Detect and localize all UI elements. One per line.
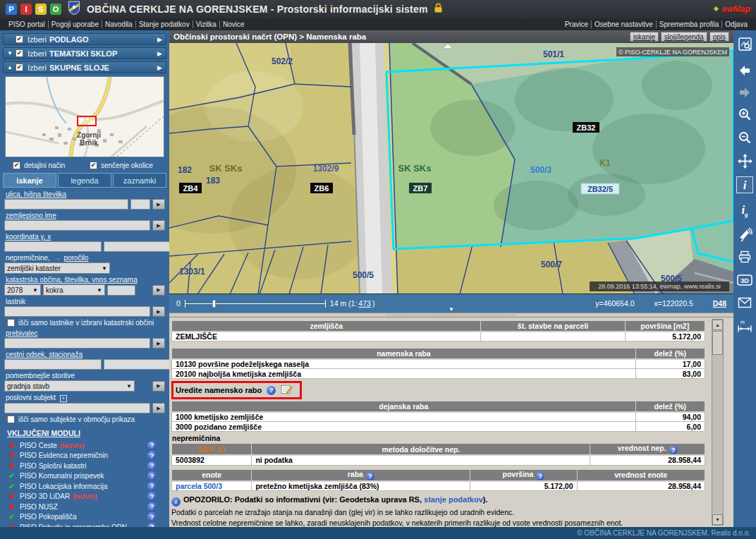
module-lokacijska[interactable]: ✔ PISO Lokacijska informacija ? [3, 481, 166, 492]
module-nusz[interactable]: ✘ PISO NUSZ ? [3, 502, 166, 512]
module-ceste[interactable]: ✘ PISO Ceste (NOVO) ? [3, 440, 166, 451]
scale-ratio-link[interactable]: 473 [358, 299, 371, 308]
scroll-up-button[interactable]: ▲ [712, 320, 723, 330]
module-help-button[interactable]: ? [147, 451, 157, 460]
prebivalec-label[interactable]: prebivalec [6, 329, 38, 337]
pan-button[interactable] [736, 152, 753, 169]
nepremicnine-select[interactable]: zemljiški kataster ▼ [4, 262, 110, 274]
podlago-checkbox[interactable]: ✔ [16, 35, 23, 43]
skupni-checkbox[interactable]: ✔ [16, 63, 23, 71]
identify-group-button[interactable]: ig [736, 202, 753, 219]
menu-sprememba-profila[interactable]: Sprememba profila [656, 20, 721, 28]
koordinata-label[interactable]: koordinata y, x [6, 233, 51, 241]
stanje-podatkov-link[interactable]: stanje podatkov [424, 495, 483, 504]
full-extent-button[interactable] [736, 35, 753, 52]
module-help-button[interactable]: ? [147, 512, 157, 521]
module-splosni-katastri[interactable]: ✘ PISO Splošni katastri ? [3, 461, 166, 471]
menu-odjava[interactable]: Odjava [721, 20, 750, 28]
menu-vizitka[interactable]: Vizitka [193, 20, 219, 28]
raba-help-button[interactable]: ? [366, 472, 374, 480]
gps-satellite-button[interactable] [736, 226, 753, 243]
menu-stanje-podatkov[interactable]: Stanje podatkov [135, 20, 193, 28]
storitve-select[interactable]: gradnja stavb ▼ [4, 380, 135, 392]
lastnik-go-button[interactable]: ▶ [152, 306, 165, 317]
cestni-odsek-label[interactable]: cestni odsek, stacionaža [6, 351, 83, 358]
detajlni-nacin-checkbox[interactable]: ✔ [13, 162, 20, 169]
menu-osebne-nastavitve[interactable]: Osebne nastavitve [591, 20, 656, 28]
zemljepisno-label[interactable]: zemljepisno ime [6, 212, 56, 219]
identify-button[interactable]: i [736, 176, 753, 193]
datum-link[interactable]: D48 [713, 299, 726, 308]
panel-collapse-icon[interactable]: ▼ [449, 306, 454, 313]
scale-slider-knob[interactable] [212, 300, 216, 308]
edit-note-icon[interactable] [281, 384, 293, 396]
tab-zaznamki[interactable]: zaznamki [113, 173, 166, 188]
lastnik-filter-checkbox[interactable] [7, 319, 15, 327]
povrsina-help-button[interactable]: ? [536, 472, 544, 480]
send-mail-button[interactable] [736, 294, 753, 311]
forward-arrow-button[interactable] [736, 84, 753, 101]
zemljepisno-go-button[interactable]: ▶ [152, 220, 165, 231]
menu-pogoji-uporabe[interactable]: Pogoji uporabe [48, 20, 102, 28]
subjekt-input[interactable] [4, 403, 150, 413]
map-button-opis[interactable]: opis [709, 32, 729, 42]
module-help-button[interactable]: ? [147, 492, 157, 501]
menu-navodila[interactable]: Navodila [102, 20, 135, 28]
scale-slider[interactable] [185, 300, 326, 308]
lastnik-input[interactable] [4, 306, 150, 317]
ulica-input[interactable] [4, 199, 128, 210]
module-help-button[interactable]: ? [147, 482, 157, 491]
zoom-out-button[interactable] [736, 129, 753, 146]
back-arrow-button[interactable] [736, 62, 753, 79]
menu-novice[interactable]: Novice [219, 20, 248, 28]
map-canvas[interactable]: 502/2 501/1 182 SK SKs 183 1302/9 SK SKs… [169, 43, 733, 294]
ulica-label[interactable]: ulica, hišna številka [6, 190, 66, 198]
module-pokopalisca[interactable]: ✔ PISO Pokopališča ? [3, 512, 166, 523]
katastrska-label[interactable]: katastrska občina, številka, vnos seznam… [6, 276, 138, 284]
prebivalec-go-button[interactable]: ▶ [152, 338, 165, 349]
subjekt-filter-checkbox[interactable] [7, 416, 15, 423]
tematski-checkbox[interactable]: ✔ [16, 49, 23, 57]
print-button[interactable] [736, 248, 753, 265]
module-evidenca[interactable]: ✘ PISO Evidenca nepremičnin ? [3, 451, 166, 461]
module-3d-lidar[interactable]: ✘ PISO 3D LiDAR (NOVO) ? [3, 492, 166, 502]
map-button-iskanje[interactable]: iskanje [630, 32, 659, 42]
panel-scrollbar[interactable]: ▲ ▼ [712, 319, 724, 526]
zemljepisno-input[interactable] [4, 220, 150, 231]
katastrska-go-button[interactable]: ▶ [152, 285, 165, 296]
ko-number-select[interactable]: 2078 ▼ [4, 284, 41, 296]
module-help-button[interactable]: ? [147, 461, 157, 471]
module-komunalni-prispevek[interactable]: ✔ PISO Komunalni prispevek ? [3, 471, 166, 482]
menu-piso-portal[interactable]: PISO portal [6, 20, 48, 28]
module-help-button[interactable]: ? [147, 471, 157, 480]
parcel-number-input[interactable] [107, 285, 135, 296]
minimap-extent-marker[interactable] [78, 116, 96, 126]
measure-button[interactable]: m [736, 317, 753, 334]
porocilo-link[interactable]: poročilo [63, 254, 88, 262]
menu-pravice[interactable]: Pravice [562, 20, 591, 28]
scroll-down-button[interactable]: ▼ [712, 514, 723, 525]
map-button-sloji-legenda[interactable]: sloji/legenda [661, 32, 707, 42]
hisna-stevilka-input[interactable] [130, 199, 150, 210]
accordion-podlago[interactable]: ✔ Izberi PODLAGO ▶ [3, 33, 166, 45]
parcela-link[interactable]: parcela 500/3 [172, 481, 252, 491]
tab-iskanje[interactable]: iskanje [3, 173, 56, 188]
zoom-in-button[interactable] [736, 106, 753, 123]
scrollbar-thumb[interactable] [712, 331, 723, 355]
storitve-go-button[interactable]: ▶ [152, 381, 165, 392]
moduli-heading[interactable]: VKLJUČENI MODULI [7, 429, 166, 437]
prebivalec-input[interactable] [4, 338, 150, 349]
accordion-skupni-sloji[interactable]: ▲ ✔ Izberi SKUPNE SLOJE ▶ [3, 61, 166, 73]
horizontal-splitter[interactable] [169, 313, 733, 317]
expand-plus-icon[interactable]: + [60, 395, 67, 402]
module-help-button[interactable]: ? [147, 441, 157, 450]
sencenje-okolice-checkbox[interactable]: ✔ [90, 162, 97, 169]
vrednost-help-button[interactable]: ? [669, 446, 678, 454]
overview-minimap[interactable]: Zgornji Brnik [5, 76, 164, 157]
subjekt-go-button[interactable]: ▶ [152, 403, 165, 413]
ulica-go-button[interactable]: ▶ [152, 199, 165, 210]
cestni-odsek-input[interactable] [4, 359, 102, 370]
koordinata-y-input[interactable] [4, 241, 102, 252]
ko-name-select[interactable]: kokra ▼ [43, 284, 105, 296]
uredite-help-button[interactable]: ? [267, 386, 276, 395]
